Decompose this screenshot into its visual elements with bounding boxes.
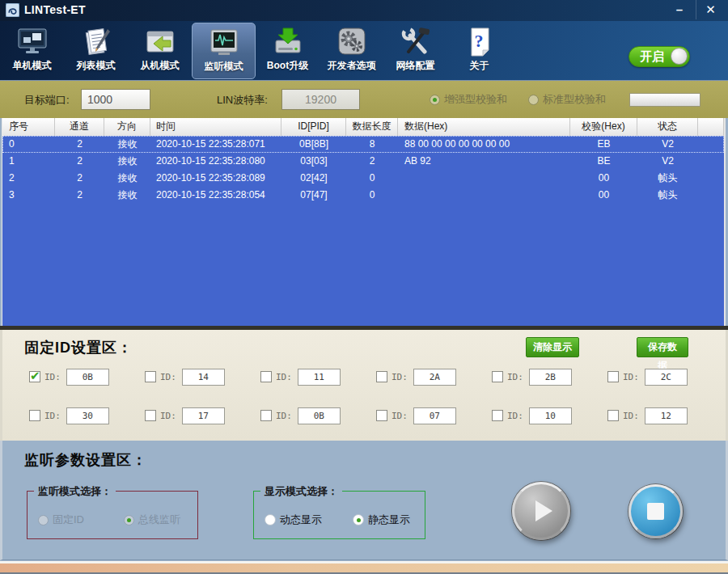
- column-header[interactable]: 序号: [2, 118, 55, 136]
- id-checkbox[interactable]: [145, 410, 156, 421]
- id-checkbox[interactable]: [492, 371, 503, 382]
- play-icon: [535, 500, 552, 521]
- tools-icon: [400, 27, 432, 57]
- id-value-input[interactable]: [645, 407, 688, 424]
- table-row[interactable]: 12接收2020-10-15 22:35:28:08003[03]2AB 92B…: [2, 153, 724, 170]
- id-value-input[interactable]: [182, 407, 225, 424]
- table-cell: 2: [346, 153, 398, 170]
- extra-input[interactable]: [629, 93, 700, 107]
- toggle-knob[interactable]: [671, 48, 688, 65]
- id-value-input[interactable]: [529, 369, 572, 386]
- column-header[interactable]: 数据长度: [346, 118, 398, 136]
- window-title: LINTest-ET: [24, 3, 86, 16]
- column-header[interactable]: ID[PID]: [281, 118, 346, 136]
- id-label: ID:: [44, 372, 61, 382]
- id-value-input[interactable]: [645, 369, 688, 386]
- clear-display-button[interactable]: 清除显示: [526, 337, 579, 357]
- id-value-input[interactable]: [413, 369, 456, 386]
- display-mode-options: 动态显示静态显示: [265, 513, 410, 527]
- radio-label: 总线监听: [138, 513, 180, 527]
- radio-option-标准型校验和: 标准型校验和: [528, 92, 606, 107]
- radio-option-静态显示[interactable]: 静态显示: [353, 513, 410, 527]
- id-checkbox[interactable]: [260, 371, 272, 382]
- table-cell-filler: [698, 187, 724, 204]
- column-header[interactable]: 时间: [150, 118, 281, 136]
- toolbar-item-single-mode[interactable]: 单机模式: [0, 23, 64, 79]
- column-header[interactable]: 方向: [104, 118, 150, 136]
- column-header[interactable]: 通道: [55, 118, 104, 136]
- id-checkbox[interactable]: [376, 410, 387, 421]
- id-value-input[interactable]: [298, 369, 341, 386]
- table-cell: 2020-10-15 22:35:28:071: [150, 136, 281, 153]
- radio-circle-icon: [528, 95, 539, 105]
- table-cell: 0: [346, 187, 398, 204]
- column-header[interactable]: 状态: [637, 118, 698, 136]
- save-data-button[interactable]: 保存数据: [637, 337, 688, 357]
- baudrate-label: LIN波特率:: [217, 93, 268, 108]
- id-value-input[interactable]: [66, 407, 109, 424]
- close-button[interactable]: ✕: [696, 0, 725, 19]
- target-port-input[interactable]: [81, 89, 150, 110]
- id-value-input[interactable]: [413, 407, 456, 424]
- column-header[interactable]: 数据(Hex): [398, 118, 570, 136]
- id-label: ID:: [507, 411, 523, 421]
- toolbar-item-network-config[interactable]: 网络配置: [383, 23, 447, 79]
- id-checkbox[interactable]: [607, 371, 619, 382]
- id-checkbox[interactable]: [29, 410, 40, 421]
- boot-icon: [272, 27, 304, 57]
- id-value-input[interactable]: [66, 369, 109, 386]
- fixed-id-group: ID:: [260, 368, 341, 386]
- fixed-id-group: ID:: [376, 407, 456, 424]
- radio-option-动态显示[interactable]: 动态显示: [265, 513, 322, 527]
- fixed-id-group: ID:: [29, 407, 109, 424]
- settings-bar: 目标端口: LIN波特率: 增强型校验和标准型校验和: [0, 81, 728, 118]
- table-body: 02接收2020-10-15 22:35:28:0710B[8B]888 00 …: [2, 136, 724, 204]
- toolbar-item-list-mode[interactable]: 列表模式: [64, 23, 128, 79]
- table-cell: 3: [2, 187, 55, 204]
- id-label: ID:: [623, 411, 639, 421]
- radio-circle-icon: [353, 514, 364, 525]
- radio-option-固定ID: 固定ID: [38, 513, 84, 527]
- start-toggle[interactable]: 开启: [629, 46, 690, 67]
- toolbar-items: 单机模式列表模式从机模式监听模式Boot升级开发者选项网络配置?关于: [0, 21, 511, 81]
- play-button[interactable]: [512, 482, 570, 540]
- monitor-icon: [16, 27, 49, 57]
- toolbar-item-boot-upgrade[interactable]: Boot升级: [256, 23, 320, 79]
- column-header[interactable]: 校验(Hex): [570, 118, 637, 136]
- minimize-button[interactable]: –: [665, 0, 694, 19]
- id-checkbox[interactable]: [260, 410, 272, 421]
- svg-text:?: ?: [474, 31, 483, 51]
- id-checkbox[interactable]: [376, 371, 387, 382]
- id-value-input[interactable]: [298, 407, 341, 424]
- id-value-input[interactable]: [182, 369, 225, 386]
- toolbar-item-slave-mode[interactable]: 从机模式: [128, 23, 192, 79]
- table-row[interactable]: 22接收2020-10-15 22:35:28:08902[42]000帧头: [2, 170, 724, 187]
- id-value-input[interactable]: [529, 407, 572, 424]
- table-cell: EB: [570, 136, 637, 153]
- id-checkbox[interactable]: [29, 371, 40, 382]
- toolbar-item-label: 网络配置: [396, 59, 435, 73]
- fixed-id-group: ID:: [145, 368, 225, 386]
- table-cell: 1: [2, 153, 55, 170]
- table-cell: 接收: [104, 153, 150, 170]
- table-row[interactable]: 32接收2020-10-15 22:35:28:05407[47]000帧头: [2, 187, 724, 204]
- table-cell: 8: [346, 136, 398, 153]
- table-cell: V2: [637, 136, 698, 153]
- table-cell: 2: [55, 136, 104, 153]
- toolbar-item-listen-mode[interactable]: 监听模式: [192, 23, 256, 79]
- toolbar-item-label: 监听模式: [205, 60, 243, 74]
- table-cell: 00: [570, 187, 637, 204]
- slave-icon: [144, 27, 176, 57]
- id-checkbox[interactable]: [145, 371, 156, 382]
- table-cell-filler: [698, 170, 724, 187]
- fixed-id-section: 固定ID设置区： 清除显示 保存数据 ID:ID:ID:ID:ID:ID: ID…: [0, 330, 728, 441]
- table-row[interactable]: 02接收2020-10-15 22:35:28:0710B[8B]888 00 …: [2, 136, 724, 153]
- id-checkbox[interactable]: [607, 410, 619, 421]
- id-checkbox[interactable]: [492, 410, 503, 421]
- id-label: ID:: [507, 372, 523, 382]
- stop-button[interactable]: [629, 484, 683, 538]
- id-label: ID:: [392, 411, 408, 421]
- fixed-id-group: ID:: [492, 368, 572, 386]
- toolbar-item-developer-options[interactable]: 开发者选项: [320, 23, 383, 79]
- toolbar-item-about[interactable]: ?关于: [447, 23, 511, 79]
